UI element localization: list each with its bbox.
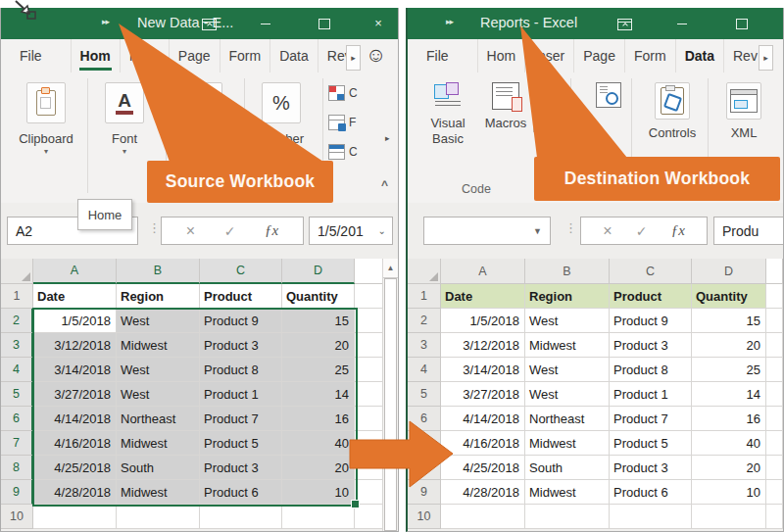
cell-A10[interactable] <box>33 505 117 529</box>
cell-D7[interactable]: 40 <box>692 431 766 456</box>
cell-C2[interactable]: Product 9 <box>610 309 692 333</box>
format-as-table-button[interactable]: F <box>328 110 389 135</box>
cell-B2[interactable]: West <box>117 309 200 333</box>
row-header-5[interactable]: 5 <box>1 382 33 407</box>
insert-function-icon[interactable]: ƒx <box>671 222 685 239</box>
cell-partial[interactable] <box>766 333 783 358</box>
cell-D9[interactable]: 10 <box>282 480 355 505</box>
cell-C3[interactable]: Product 3 <box>610 333 692 358</box>
controls-group-button[interactable]: Controls <box>639 82 706 141</box>
cell-D1[interactable]: Quantity <box>282 284 355 309</box>
conditional-formatting-button[interactable]: C <box>328 80 389 106</box>
column-header-C[interactable]: C <box>200 259 282 284</box>
cell-partial[interactable] <box>355 284 383 309</box>
relative-references-icon[interactable] <box>533 109 557 132</box>
visual-basic-button[interactable]: Visual Basic <box>417 82 478 146</box>
record-macro-icon[interactable] <box>533 80 557 104</box>
select-all-corner[interactable] <box>1 259 33 284</box>
cell-C8[interactable]: Product 3 <box>610 456 692 480</box>
cell-B5[interactable]: West <box>525 382 610 407</box>
cell-A9[interactable]: 4/28/2018 <box>441 480 525 505</box>
cell-B9[interactable]: Midwest <box>117 480 200 505</box>
minimize-button[interactable] <box>251 8 280 39</box>
cell-D5[interactable]: 14 <box>692 382 766 407</box>
cell-A3[interactable]: 3/12/2018 <box>441 333 525 358</box>
cell-B7[interactable]: Midwest <box>525 431 610 456</box>
ribbon-tab-inser[interactable]: Inser <box>524 39 573 73</box>
column-header-B[interactable]: B <box>117 259 200 284</box>
tab-scroll-right-icon[interactable]: ▸ <box>759 45 773 71</box>
cell-partial[interactable] <box>355 309 383 333</box>
quick-access-toolbar-collapsed-icon[interactable]: ▸▸ <box>446 17 453 26</box>
cell-partial[interactable] <box>355 480 383 505</box>
expand-formula-bar-icon[interactable]: ⌄ <box>378 225 392 236</box>
column-header-A[interactable]: A <box>441 259 525 284</box>
close-button[interactable]: × <box>364 8 393 39</box>
cell-B4[interactable]: West <box>117 358 200 382</box>
cell-C5[interactable]: Product 1 <box>200 382 282 407</box>
maximize-button[interactable] <box>310 8 339 39</box>
cell-A4[interactable]: 3/14/2018 <box>441 358 525 382</box>
row-header-3[interactable]: 3 <box>1 333 33 358</box>
minimize-button[interactable] <box>667 8 697 39</box>
cell-partial[interactable] <box>766 431 783 456</box>
ribbon-more-icon[interactable]: ▸ <box>385 133 390 143</box>
cell-C5[interactable]: Product 1 <box>610 382 692 407</box>
column-header-A[interactable]: A <box>33 259 117 284</box>
cell-partial[interactable] <box>355 505 383 529</box>
ribbon-tab-file[interactable]: File <box>11 39 51 73</box>
ribbon-tab-page[interactable]: Page <box>169 39 220 73</box>
row-header-3[interactable]: 3 <box>408 333 441 358</box>
cell-A10[interactable] <box>441 505 525 529</box>
name-box-dropdown-icon[interactable]: ▼ <box>533 226 550 236</box>
cell-partial[interactable] <box>766 358 783 382</box>
collapse-ribbon-icon[interactable]: ^ <box>381 178 388 192</box>
cell-C9[interactable]: Product 6 <box>610 480 692 505</box>
ribbon-tab-page[interactable]: Page <box>573 39 624 73</box>
cell-A5[interactable]: 3/27/2018 <box>441 382 525 407</box>
cell-D6[interactable]: 16 <box>282 407 355 431</box>
cell-B6[interactable]: Northeast <box>117 407 200 431</box>
column-header-C[interactable]: C <box>610 259 692 284</box>
cell-B8[interactable]: South <box>525 456 610 480</box>
cell-partial[interactable] <box>355 407 383 431</box>
enter-entry-icon[interactable]: ✓ <box>224 223 236 239</box>
font-group-button[interactable]: A Font ▾ <box>91 82 158 156</box>
row-header-1[interactable]: 1 <box>1 284 33 309</box>
cell-C8[interactable]: Product 3 <box>200 456 282 480</box>
ribbon-tab-hom[interactable]: Hom <box>71 39 120 73</box>
add-ins-button[interactable] <box>586 82 631 108</box>
cell-A2[interactable]: 1/5/2018 <box>441 309 525 333</box>
cell-B1[interactable]: Region <box>117 284 200 309</box>
row-header-6[interactable]: 6 <box>1 407 33 431</box>
cell-A6[interactable]: 4/14/2018 <box>33 407 117 431</box>
cell-C4[interactable]: Product 8 <box>610 358 692 382</box>
row-header-2[interactable]: 2 <box>1 309 33 333</box>
cell-A1[interactable]: Date <box>441 284 525 309</box>
cell-C9[interactable]: Product 6 <box>200 480 282 505</box>
row-header-8[interactable]: 8 <box>408 456 441 480</box>
cancel-entry-icon[interactable]: × <box>603 222 612 240</box>
cell-C4[interactable]: Product 8 <box>200 358 282 382</box>
cell-D8[interactable]: 20 <box>282 456 355 480</box>
cell-D1[interactable]: Quantity <box>692 284 766 309</box>
row-header-6[interactable]: 6 <box>408 407 441 431</box>
ribbon-tab-data[interactable]: Data <box>270 39 318 73</box>
cell-B8[interactable]: South <box>117 456 200 480</box>
cell-D3[interactable]: 20 <box>282 333 355 358</box>
cell-D2[interactable]: 15 <box>282 309 355 333</box>
cell-D9[interactable]: 10 <box>692 480 766 505</box>
select-all-corner[interactable] <box>408 259 441 284</box>
cell-B6[interactable]: Northeast <box>525 407 610 431</box>
cell-B7[interactable]: Midwest <box>117 431 200 456</box>
cell-C1[interactable]: Product <box>200 284 282 309</box>
row-header-4[interactable]: 4 <box>1 358 33 382</box>
ribbon-display-options-button[interactable] <box>194 8 223 39</box>
column-header-B[interactable]: B <box>525 259 610 284</box>
cell-B4[interactable]: West <box>525 358 610 382</box>
cell-partial[interactable] <box>766 284 783 309</box>
cell-styles-button[interactable]: C <box>328 139 389 165</box>
maximize-button[interactable] <box>727 8 757 39</box>
cell-C3[interactable]: Product 3 <box>200 333 282 358</box>
row-header-8[interactable]: 8 <box>1 456 33 480</box>
